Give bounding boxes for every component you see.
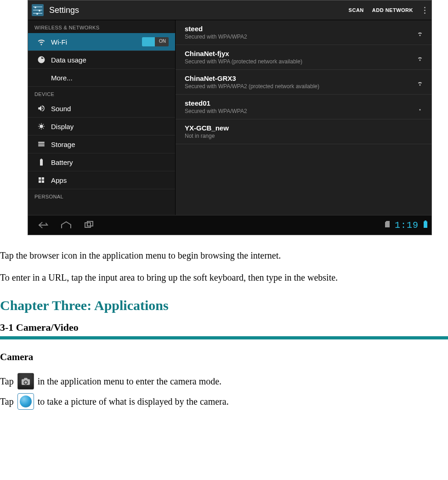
network-row[interactable]: steed01 Secured with WPA/WPA2 — [176, 95, 431, 119]
nav-label: Storage — [51, 141, 75, 148]
settings-left-pane: WIRELESS & NETWORKS Wi-Fi ON Data — [28, 20, 176, 215]
instruction-rest: in the application menu to enter the cam… — [38, 376, 221, 387]
nav-label: Apps — [51, 176, 67, 184]
tap-text: Tap — [0, 396, 14, 407]
network-ssid: ChinaNet-GRX3 — [185, 74, 319, 82]
nav-item-more[interactable]: More... — [28, 69, 175, 87]
section-heading: 3-1 Camera/Video — [0, 322, 448, 333]
section-wireless-networks: WIRELESS & NETWORKS — [28, 20, 175, 33]
network-ssid: steed — [185, 25, 247, 33]
network-row[interactable]: steed Secured with WPA/WPA2 — [176, 20, 431, 45]
instruction-shutter-icon: Tap to take a picture of what is display… — [0, 393, 448, 410]
data-usage-icon — [37, 56, 45, 64]
add-network-button[interactable]: ADD NETWORK — [372, 7, 413, 13]
system-nav-bar: 1:19 — [28, 215, 431, 235]
section-device: DEVICE — [28, 87, 175, 100]
recent-apps-button[interactable] — [82, 220, 96, 231]
nav-item-apps[interactable]: Apps — [28, 171, 175, 189]
nav-label: Wi-Fi — [51, 38, 67, 46]
network-security: Not in range — [185, 133, 229, 139]
chapter-heading: Chapter Three: Applications — [0, 298, 448, 313]
shutter-button-icon — [17, 393, 34, 410]
battery-icon — [37, 158, 45, 166]
wifi-signal-icon — [416, 78, 424, 86]
network-security: Secured with WPA/WPA2 (protected network… — [185, 83, 319, 90]
scan-button[interactable]: SCAN — [349, 7, 364, 13]
instruction-rest: to take a picture of what is displayed b… — [38, 396, 229, 407]
network-security: Secured with WPA/WPA2 — [185, 108, 247, 114]
network-ssid: steed01 — [185, 99, 247, 107]
status-clock: 1:19 — [395, 220, 419, 231]
section-personal: PERSONAL — [28, 189, 175, 202]
network-security: Secured with WPA/WPA2 — [185, 34, 247, 40]
network-row[interactable]: ChinaNet-GRX3 Secured with WPA/WPA2 (pro… — [176, 70, 431, 95]
svg-rect-2 — [425, 220, 426, 221]
sub-heading-camera: Camera — [0, 351, 448, 363]
storage-icon — [37, 140, 45, 148]
status-battery-icon — [423, 220, 428, 230]
nav-label: Data usage — [51, 56, 86, 64]
app-title: Settings — [49, 6, 79, 15]
nav-item-sound[interactable]: Sound — [28, 100, 175, 118]
network-row[interactable]: ChinaNet-fjyx Secured with WPA (protecte… — [176, 45, 431, 70]
network-row[interactable]: YX-GCB_new Not in range — [176, 119, 431, 144]
display-icon — [37, 122, 45, 130]
wifi-network-list: steed Secured with WPA/WPA2 ChinaNet-fjy… — [176, 20, 431, 215]
nav-label: More... — [51, 74, 73, 82]
instruction-camera-icon: Tap in the application menu to enter the… — [0, 373, 448, 390]
wifi-toggle-label: ON — [159, 39, 166, 44]
camera-app-icon — [17, 373, 34, 390]
wifi-signal-icon — [416, 28, 424, 37]
wifi-signal-icon — [416, 53, 424, 62]
paragraph-browser-tap: Tap the browser icon in the application … — [0, 249, 448, 262]
tap-text: Tap — [0, 376, 14, 387]
overflow-menu-icon[interactable] — [421, 7, 428, 14]
wifi-toggle[interactable]: ON — [142, 37, 169, 46]
svg-rect-3 — [424, 221, 427, 228]
microsd-icon — [385, 220, 390, 230]
home-button[interactable] — [59, 220, 73, 231]
network-security: Secured with WPA (protected network avai… — [185, 58, 302, 65]
app-top-bar: Settings SCAN ADD NETWORK — [28, 0, 431, 20]
wifi-signal-icon — [416, 103, 424, 111]
network-ssid: YX-GCB_new — [185, 124, 229, 132]
nav-label: Battery — [51, 158, 73, 166]
nav-item-battery[interactable]: Battery — [28, 153, 175, 171]
nav-label: Sound — [51, 105, 71, 113]
apps-icon — [37, 176, 45, 184]
network-ssid: ChinaNet-fjyx — [185, 50, 302, 57]
back-button[interactable] — [36, 220, 50, 231]
settings-screenshot: Settings SCAN ADD NETWORK WIRELESS & NET… — [28, 0, 432, 235]
nav-item-storage[interactable]: Storage — [28, 136, 175, 153]
nav-item-wifi[interactable]: Wi-Fi ON — [28, 33, 175, 51]
settings-app-icon — [32, 4, 44, 16]
blank-icon — [37, 73, 45, 82]
section-divider — [0, 336, 448, 339]
sound-icon — [37, 104, 45, 113]
nav-label: Display — [51, 123, 74, 130]
nav-item-data-usage[interactable]: Data usage — [28, 51, 175, 69]
nav-item-display[interactable]: Display — [28, 118, 175, 136]
paragraph-url-entry: To enter in a URL, tap the input area to… — [0, 271, 448, 284]
wifi-icon — [37, 38, 45, 46]
